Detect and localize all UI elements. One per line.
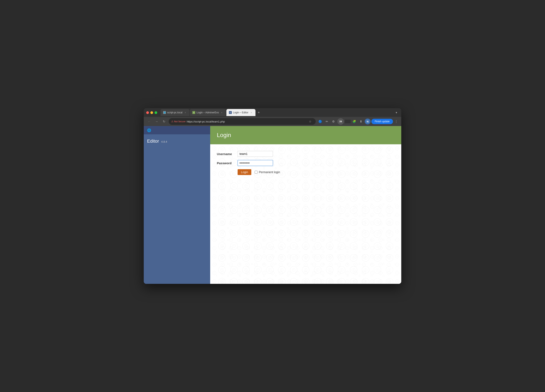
toolbar-right: 🔵 ✏ ⚙ 39 🧩 ⬇ N Finish update ⋮ xyxy=(317,118,399,125)
permanent-login-label: Permanent login xyxy=(259,171,280,174)
new-tab-button[interactable]: + xyxy=(256,110,262,116)
more-options-icon[interactable]: ⋮ xyxy=(394,120,399,123)
login-form: Username Password Login Permanent login xyxy=(217,151,395,175)
password-label: Password xyxy=(217,161,238,165)
tab-script-pc[interactable]: 🌐 script-pc.local × xyxy=(161,109,189,116)
page-header: Login xyxy=(210,126,401,144)
traffic-lights xyxy=(146,111,157,114)
warning-icon: ⚠ xyxy=(171,120,173,123)
sidebar: 🌐 Editor 4.8.4 xyxy=(144,126,210,284)
tab-close-1[interactable]: × xyxy=(184,111,187,114)
username-label: Username xyxy=(217,152,238,156)
address-icons: ☆ xyxy=(307,119,313,124)
tab-title-3: Login – Editor xyxy=(233,111,248,114)
browser-window: 🌐 script-pc.local × A Login – AdminerEvo… xyxy=(144,108,401,284)
permanent-login-checkbox[interactable] xyxy=(255,171,258,174)
back-button[interactable]: ← xyxy=(146,119,152,124)
bookmark-icon[interactable]: ☆ xyxy=(307,119,313,124)
form-actions: Login Permanent login xyxy=(217,169,395,175)
login-button[interactable]: Login xyxy=(238,169,251,175)
download-icon[interactable]: ⬇ xyxy=(358,119,364,124)
badge-count: 39 xyxy=(339,120,342,123)
sidebar-body: Editor 4.8.4 xyxy=(144,134,210,284)
tab-favicon-2: A xyxy=(192,111,195,114)
address-input-container[interactable]: ⚠ Not Secure https://script-pc.local/tea… xyxy=(169,118,316,125)
permanent-login-container: Permanent login xyxy=(255,171,280,174)
page-body: Username Password Login Permanent login xyxy=(210,144,401,284)
extension-icon-2[interactable]: ✏ xyxy=(324,119,330,124)
tab-close-3[interactable]: × xyxy=(250,111,253,114)
not-secure-label: Not Secure xyxy=(174,120,186,123)
tab-title-2: Login – AdminerEvo xyxy=(197,111,219,114)
tab-title-1: script-pc.local xyxy=(167,111,182,114)
url-text: https://script-pc.local/team1.php xyxy=(187,120,306,123)
profile-initial: N xyxy=(367,120,368,123)
app-version: 4.8.4 xyxy=(161,140,167,143)
address-bar: ← → ↻ ⚠ Not Secure https://script-pc.loc… xyxy=(144,117,401,126)
sidebar-top: 🌐 xyxy=(144,126,210,134)
globe-icon: 🌐 xyxy=(147,128,151,132)
password-row: Password xyxy=(217,160,395,166)
reload-button[interactable]: ↻ xyxy=(161,119,167,124)
editor-title-container: Editor 4.8.4 xyxy=(147,139,207,144)
badge-icon[interactable]: 39 xyxy=(337,118,344,125)
tab-favicon-1: 🌐 xyxy=(163,111,166,114)
forward-button[interactable]: → xyxy=(154,119,160,124)
tab-adminerevo[interactable]: A Login – AdminerEvo × xyxy=(190,109,226,116)
extension-icon-3[interactable]: ⚙ xyxy=(331,119,336,124)
password-input[interactable] xyxy=(238,160,273,166)
page-title: Login xyxy=(217,132,395,139)
tab-close-2[interactable]: × xyxy=(220,111,223,114)
app-title: Editor xyxy=(147,139,159,144)
extension-icon-dark[interactable] xyxy=(345,120,351,123)
tab-favicon-3: E xyxy=(229,111,232,114)
tabs-container: 🌐 script-pc.local × A Login – AdminerEvo… xyxy=(161,108,399,117)
title-bar: 🌐 script-pc.local × A Login – AdminerEvo… xyxy=(144,108,401,117)
minimize-button[interactable] xyxy=(150,111,153,114)
close-button[interactable] xyxy=(146,111,149,114)
extension-icon-1[interactable]: 🔵 xyxy=(317,119,323,124)
tab-list-button[interactable]: ▾ xyxy=(394,110,399,115)
maximize-button[interactable] xyxy=(155,111,157,114)
main-content: Login xyxy=(210,126,401,284)
username-row: Username xyxy=(217,151,395,157)
extensions-icon[interactable]: 🧩 xyxy=(351,119,357,124)
tab-editor[interactable]: E Login – Editor × xyxy=(226,109,255,116)
browser-content: 🌐 Editor 4.8.4 Login xyxy=(144,126,401,284)
username-input[interactable] xyxy=(238,151,273,157)
finish-update-button[interactable]: Finish update xyxy=(371,119,393,124)
profile-icon[interactable]: N xyxy=(365,119,371,124)
not-secure-badge: ⚠ Not Secure xyxy=(171,120,186,123)
